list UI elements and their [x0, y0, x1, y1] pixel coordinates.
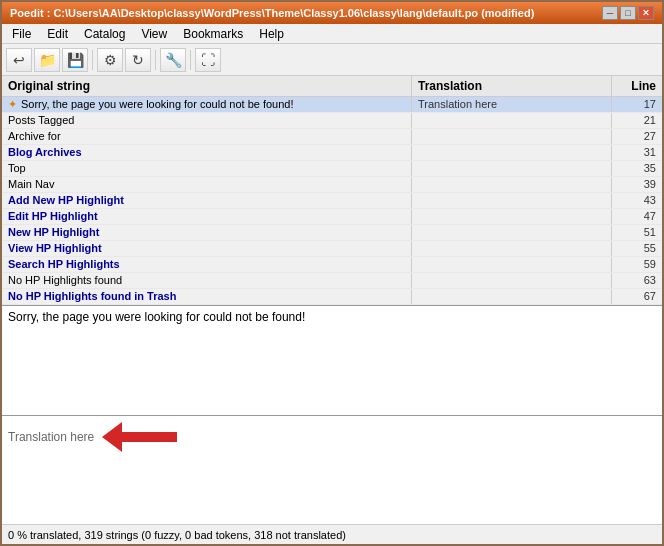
cell-line: 39 [612, 177, 662, 192]
cell-translation [412, 241, 612, 256]
main-window: Poedit : C:\Users\AA\Desktop\classy\Word… [0, 0, 664, 546]
cell-translation [412, 113, 612, 128]
cell-original: Search HP Highlights [2, 257, 412, 272]
save-button[interactable]: 💾 [62, 48, 88, 72]
cell-translation [412, 145, 612, 160]
header-translation: Translation [412, 76, 612, 96]
table-header: Original string Translation Line [2, 76, 662, 97]
cell-line: 43 [612, 193, 662, 208]
cell-line: 27 [612, 129, 662, 144]
table-row[interactable]: Search HP Highlights 59 [2, 257, 662, 273]
cell-original: Add New HP Highlight [2, 193, 412, 208]
table-row[interactable]: Top 35 [2, 161, 662, 177]
close-button[interactable]: ✕ [638, 6, 654, 20]
translation-placeholder: Translation here [8, 430, 94, 444]
cell-original: Top [2, 161, 412, 176]
cell-original: ✦Sorry, the page you were looking for co… [2, 97, 412, 112]
toolbar-separator-1 [92, 50, 93, 70]
toolbar-separator-2 [155, 50, 156, 70]
maximize-button[interactable]: □ [620, 6, 636, 20]
header-line: Line [612, 76, 662, 96]
back-button[interactable]: ↩ [6, 48, 32, 72]
menu-bar: File Edit Catalog View Bookmarks Help [2, 24, 662, 44]
cell-original: Blog Archives [2, 145, 412, 160]
cell-line: 35 [612, 161, 662, 176]
table-row[interactable]: Archive for 27 [2, 129, 662, 145]
translation-panel[interactable]: Translation here [2, 416, 662, 525]
red-arrow-icon [102, 422, 182, 452]
cell-translation [412, 129, 612, 144]
menu-bookmarks[interactable]: Bookmarks [177, 26, 249, 42]
cell-line: 59 [612, 257, 662, 272]
cell-original: View HP Highlight [2, 241, 412, 256]
cell-translation: Translation here [412, 97, 612, 112]
table-row[interactable]: No HP Highlights found 63 [2, 273, 662, 289]
cell-translation [412, 225, 612, 240]
cell-translation [412, 209, 612, 224]
bottom-panels: Sorry, the page you were looking for cou… [2, 306, 662, 524]
cell-original: Main Nav [2, 177, 412, 192]
translation-content: Translation here [8, 422, 182, 452]
cell-line: 21 [612, 113, 662, 128]
table-row[interactable]: Posts Tagged 21 [2, 113, 662, 129]
source-text-panel[interactable]: Sorry, the page you were looking for cou… [2, 306, 662, 416]
status-bar: 0 % translated, 319 strings (0 fuzzy, 0 … [2, 524, 662, 544]
table-row[interactable]: New HP Highlight 51 [2, 225, 662, 241]
compile-button[interactable]: ⚙ [97, 48, 123, 72]
menu-view[interactable]: View [135, 26, 173, 42]
cell-original: Archive for [2, 129, 412, 144]
table-row[interactable]: ✦Sorry, the page you were looking for co… [2, 97, 662, 113]
title-bar: Poedit : C:\Users\AA\Desktop\classy\Word… [2, 2, 662, 24]
cell-translation [412, 257, 612, 272]
fullscreen-button[interactable]: ⛶ [195, 48, 221, 72]
menu-help[interactable]: Help [253, 26, 290, 42]
main-content: Original string Translation Line ✦Sorry,… [2, 76, 662, 524]
star-icon: ✦ [8, 98, 17, 111]
menu-catalog[interactable]: Catalog [78, 26, 131, 42]
cell-original: No HP Highlights found [2, 273, 412, 288]
cell-translation [412, 161, 612, 176]
cell-translation [412, 177, 612, 192]
toolbar: ↩ 📁 💾 ⚙ ↻ 🔧 ⛶ [2, 44, 662, 76]
menu-edit[interactable]: Edit [41, 26, 74, 42]
svg-marker-0 [102, 422, 177, 452]
cell-line: 31 [612, 145, 662, 160]
cell-line: 17 [612, 97, 662, 112]
cell-line: 63 [612, 273, 662, 288]
cell-original: No HP Highlights found in Trash [2, 289, 412, 304]
table-body[interactable]: ✦Sorry, the page you were looking for co… [2, 97, 662, 305]
cell-translation [412, 273, 612, 288]
status-text: 0 % translated, 319 strings (0 fuzzy, 0 … [8, 529, 346, 541]
minimize-button[interactable]: ─ [602, 6, 618, 20]
cell-line: 67 [612, 289, 662, 304]
strings-table-container: Original string Translation Line ✦Sorry,… [2, 76, 662, 306]
table-row[interactable]: Blog Archives 31 [2, 145, 662, 161]
settings-button[interactable]: 🔧 [160, 48, 186, 72]
cell-line: 51 [612, 225, 662, 240]
cell-original: Posts Tagged [2, 113, 412, 128]
table-row[interactable]: Add New HP Highlight 43 [2, 193, 662, 209]
menu-file[interactable]: File [6, 26, 37, 42]
window-title: Poedit : C:\Users\AA\Desktop\classy\Word… [10, 7, 534, 19]
toolbar-separator-3 [190, 50, 191, 70]
table-row[interactable]: Main Nav 39 [2, 177, 662, 193]
table-row[interactable]: Edit HP Highlight 47 [2, 209, 662, 225]
cell-original: Edit HP Highlight [2, 209, 412, 224]
cell-translation [412, 193, 612, 208]
window-controls: ─ □ ✕ [602, 6, 654, 20]
source-text: Sorry, the page you were looking for cou… [8, 310, 305, 324]
cell-line: 47 [612, 209, 662, 224]
open-button[interactable]: 📁 [34, 48, 60, 72]
update-button[interactable]: ↻ [125, 48, 151, 72]
header-original: Original string [2, 76, 412, 96]
table-row[interactable]: View HP Highlight 55 [2, 241, 662, 257]
cell-translation [412, 289, 612, 304]
cell-line: 55 [612, 241, 662, 256]
cell-original: New HP Highlight [2, 225, 412, 240]
table-row[interactable]: No HP Highlights found in Trash 67 [2, 289, 662, 305]
